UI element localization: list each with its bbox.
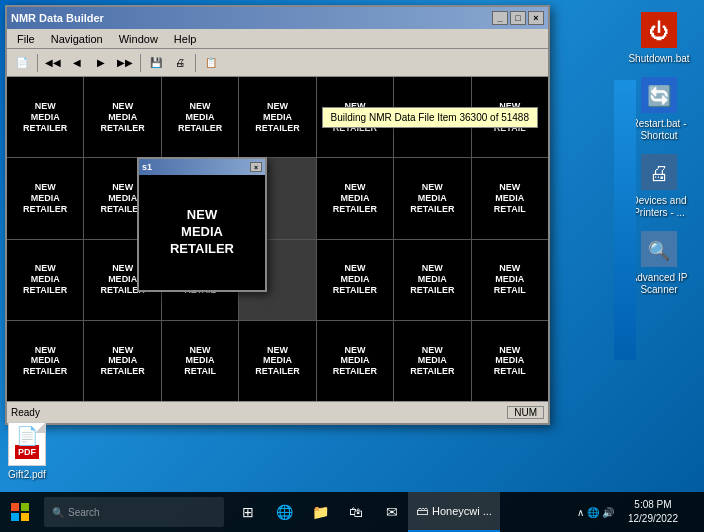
svg-rect-8	[11, 503, 19, 511]
toolbar-sep-1	[37, 54, 38, 72]
menu-file[interactable]: File	[11, 32, 41, 46]
svg-text:🔄: 🔄	[647, 84, 672, 108]
toolbar-sep-3	[195, 54, 196, 72]
toolbar-new-btn[interactable]: 📄	[11, 52, 33, 74]
svg-rect-9	[21, 503, 29, 511]
nmr-tile-r3c5[interactable]: NEWMEDIARETAILER	[317, 240, 393, 320]
tray-network-icon[interactable]: 🌐	[587, 507, 599, 518]
toolbar: 📄 ◀◀ ◀ ▶ ▶▶ 💾 🖨 📋	[7, 49, 548, 77]
svg-text:🔍: 🔍	[648, 240, 671, 262]
search-placeholder: Search	[68, 507, 100, 518]
tray-icons: ∧ 🌐 🔊	[571, 507, 620, 518]
svg-text:⏻: ⏻	[649, 20, 669, 42]
desktop: NMR Data Builder _ □ × File Navigation W…	[0, 0, 704, 532]
taskbar-search[interactable]: 🔍 Search	[44, 497, 224, 527]
toolbar-print-btn[interactable]: 🖨	[169, 52, 191, 74]
title-bar-buttons: _ □ ×	[492, 11, 544, 25]
toolbar-prev-btn[interactable]: ◀◀	[42, 52, 64, 74]
start-button[interactable]	[0, 492, 40, 532]
taskbar-store-icon[interactable]: 🛍	[340, 492, 372, 532]
nmr-tile-r2c1[interactable]: NEWMEDIARETAILER	[7, 158, 83, 238]
shutdown-label: Shutdown.bat	[628, 53, 689, 65]
nmr-tile-r3c7[interactable]: NEWMEDIARETAIL	[472, 240, 548, 320]
tooltip-text: Building NMR Data File Item 36300 of 514…	[331, 112, 529, 123]
tray-volume-icon[interactable]: 🔊	[602, 507, 614, 518]
minimize-button[interactable]: _	[492, 11, 508, 25]
nmr-tile-r1c2[interactable]: NEWMEDIARETAILER	[84, 77, 160, 157]
blue-accent-panel	[614, 80, 636, 360]
nmr-tile-r4c1[interactable]: NEWMEDIARETAILER	[7, 321, 83, 401]
modal-title-bar: s1 ×	[139, 159, 265, 175]
nmr-tile-r4c4[interactable]: NEWMEDIARETAILER	[239, 321, 315, 401]
toolbar-save-btn[interactable]: 💾	[145, 52, 167, 74]
modal-line3: RETAILER	[170, 241, 234, 258]
nmr-tile-r3c1[interactable]: NEWMEDIARETAILER	[7, 240, 83, 320]
nmr-tile-r4c6[interactable]: NEWMEDIARETAILER	[394, 321, 470, 401]
tooltip-popup: Building NMR Data File Item 36300 of 514…	[322, 107, 538, 128]
show-desktop-btn[interactable]	[686, 492, 700, 532]
content-area: Building NMR Data File Item 36300 of 514…	[7, 77, 548, 401]
svg-rect-10	[11, 513, 19, 521]
app-title: NMR Data Builder	[11, 12, 104, 24]
maximize-button[interactable]: □	[510, 11, 526, 25]
modal-close-button[interactable]: ×	[250, 162, 262, 172]
taskbar-quick-icons: ⊞ 🌐 📁 🛍 ✉	[232, 492, 408, 532]
toolbar-fwd-btn[interactable]: ▶	[90, 52, 112, 74]
scanner-icon: 🔍	[639, 229, 679, 269]
toolbar-extra-btn[interactable]: 📋	[200, 52, 222, 74]
nmr-tile-r4c5[interactable]: NEWMEDIARETAILER	[317, 321, 393, 401]
nmr-tile-r1c1[interactable]: NEWMEDIARETAILER	[7, 77, 83, 157]
taskbar-task-view[interactable]: ⊞	[232, 492, 264, 532]
clock-time: 5:08 PM	[628, 498, 678, 512]
taskbar-edge-icon[interactable]: 🌐	[268, 492, 300, 532]
modal-line1: NEW	[187, 207, 217, 224]
clock-date: 12/29/2022	[628, 512, 678, 526]
nmr-tile-r1c4[interactable]: NEWMEDIARETAILER	[239, 77, 315, 157]
nmr-tile-r4c2[interactable]: NEWMEDIARETAILER	[84, 321, 160, 401]
menu-bar: File Navigation Window Help	[7, 29, 548, 49]
taskbar: 🔍 Search ⊞ 🌐 📁 🛍 ✉ 🗃 Honeycwi ... ∧ 🌐 🔊 …	[0, 492, 704, 532]
taskbar-mail-icon[interactable]: ✉	[376, 492, 408, 532]
printers-icon: 🖨	[639, 152, 679, 192]
taskbar-app-label: Honeycwi ...	[432, 505, 492, 517]
taskbar-folder-icon[interactable]: 📁	[304, 492, 336, 532]
taskbar-app-button[interactable]: 🗃 Honeycwi ...	[408, 492, 500, 532]
svg-rect-11	[21, 513, 29, 521]
nmr-tile-r4c7[interactable]: NEWMEDIARETAIL	[472, 321, 548, 401]
status-bar: Ready NUM	[7, 401, 548, 423]
svg-text:🖨: 🖨	[649, 162, 669, 184]
tray-up-icon[interactable]: ∧	[577, 507, 584, 518]
menu-help[interactable]: Help	[168, 32, 203, 46]
taskbar-clock[interactable]: 5:08 PM 12/29/2022	[622, 498, 684, 526]
nmr-tile-r2c7[interactable]: NEWMEDIARETAIL	[472, 158, 548, 238]
modal-line2: MEDIA	[181, 224, 223, 241]
menu-navigation[interactable]: Navigation	[45, 32, 109, 46]
pdf-icon-symbol: 📄	[16, 425, 38, 447]
modal-content: NEW MEDIA RETAILER	[139, 175, 265, 290]
nmr-tile-r4c3[interactable]: NEWMEDIARETAIL	[162, 321, 238, 401]
desktop-icon-shutdown[interactable]: ⏻ Shutdown.bat	[624, 10, 694, 65]
modal-window: s1 × NEW MEDIA RETAILER	[137, 157, 267, 292]
nmr-tile-r2c5[interactable]: NEWMEDIARETAILER	[317, 158, 393, 238]
nmr-tile-r1c3[interactable]: NEWMEDIARETAILER	[162, 77, 238, 157]
toolbar-last-btn[interactable]: ▶▶	[114, 52, 136, 74]
app-window: NMR Data Builder _ □ × File Navigation W…	[5, 5, 550, 425]
status-text: Ready	[11, 407, 503, 418]
pdf-badge: PDF	[15, 445, 39, 459]
restart-icon: 🔄	[639, 75, 679, 115]
toolbar-sep-2	[140, 54, 141, 72]
close-button[interactable]: ×	[528, 11, 544, 25]
toolbar-back-btn[interactable]: ◀	[66, 52, 88, 74]
pdf-file-icon[interactable]: PDF 📄 Gift2.pdf	[8, 422, 46, 480]
shutdown-icon: ⏻	[639, 10, 679, 50]
modal-title-text: s1	[142, 162, 152, 172]
status-num: NUM	[507, 406, 544, 419]
nmr-tile-r2c6[interactable]: NEWMEDIARETAILER	[394, 158, 470, 238]
menu-window[interactable]: Window	[113, 32, 164, 46]
pdf-label: Gift2.pdf	[8, 469, 46, 480]
nmr-tile-r3c6[interactable]: NEWMEDIARETAILER	[394, 240, 470, 320]
title-bar: NMR Data Builder _ □ ×	[7, 7, 548, 29]
taskbar-tray: ∧ 🌐 🔊 5:08 PM 12/29/2022	[571, 492, 704, 532]
